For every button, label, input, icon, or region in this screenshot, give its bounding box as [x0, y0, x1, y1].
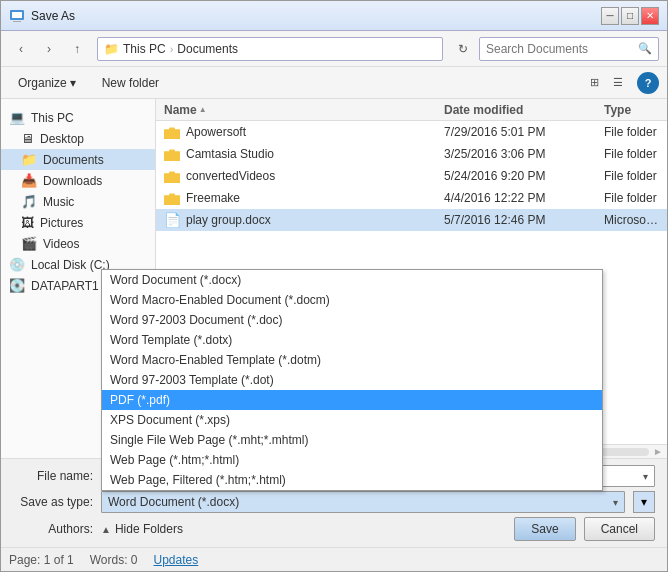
- minimize-button[interactable]: ─: [601, 7, 619, 25]
- file-name: Apowersoft: [186, 125, 246, 139]
- organize-arrow: ▾: [70, 76, 76, 90]
- toolbar: Organize ▾ New folder ⊞ ☰ ?: [1, 67, 667, 99]
- file-name: Freemake: [186, 191, 240, 205]
- dropdown-item[interactable]: Web Page, Filtered (*.htm;*.html): [102, 470, 602, 490]
- savetype-row: Save as type: Word Document (*.docx) ▾ W…: [13, 491, 655, 513]
- col-header-name[interactable]: Name ▲: [160, 103, 440, 117]
- sidebar-item-desktop[interactable]: 🖥 Desktop: [1, 128, 155, 149]
- sidebar-item-music[interactable]: 🎵 Music: [1, 191, 155, 212]
- table-row[interactable]: convertedVideos5/24/2016 9:20 PMFile fol…: [156, 165, 667, 187]
- file-type: File folder: [600, 169, 663, 183]
- up-button[interactable]: ↑: [65, 37, 89, 61]
- title-bar: Save As ─ □ ✕: [1, 1, 667, 31]
- file-name-cell: Camtasia Studio: [160, 147, 440, 161]
- folder-icon: [164, 169, 180, 183]
- pictures-icon: 🖼: [21, 215, 34, 230]
- dropdown-item[interactable]: Word 97-2003 Document (*.doc): [102, 310, 602, 330]
- dropdown-item[interactable]: Word 97-2003 Template (*.dot): [102, 370, 602, 390]
- file-type: File folder: [600, 125, 663, 139]
- savetype-label: Save as type:: [13, 495, 93, 509]
- file-name-cell: 📄play group.docx: [160, 212, 440, 228]
- save-button[interactable]: Save: [514, 517, 575, 541]
- sidebar-item-pictures[interactable]: 🖼 Pictures: [1, 212, 155, 233]
- list-view-button[interactable]: ☰: [607, 72, 629, 94]
- folder-icon: [164, 147, 180, 161]
- dropdown-item[interactable]: Single File Web Page (*.mht;*.mhtml): [102, 430, 602, 450]
- table-row[interactable]: Camtasia Studio3/25/2016 3:06 PMFile fol…: [156, 143, 667, 165]
- window-title: Save As: [31, 9, 601, 23]
- music-label: Music: [43, 195, 74, 209]
- word-count: Words: 0: [90, 553, 138, 567]
- dropdown-item[interactable]: Word Template (*.dotx): [102, 330, 602, 350]
- videos-label: Videos: [43, 237, 79, 251]
- savetype-dropdown-list: Word Document (*.docx)Word Macro-Enabled…: [101, 269, 603, 491]
- search-input[interactable]: [486, 42, 638, 56]
- table-row[interactable]: Freemake4/4/2016 12:22 PMFile folder: [156, 187, 667, 209]
- search-box[interactable]: 🔍: [479, 37, 659, 61]
- dropdown-item[interactable]: Word Macro-Enabled Template (*.dotm): [102, 350, 602, 370]
- organize-button[interactable]: Organize ▾: [9, 72, 85, 94]
- forward-button[interactable]: ›: [37, 37, 61, 61]
- documents-label: Documents: [43, 153, 104, 167]
- bottom-panel: File name: play group.docx ▾ Save as typ…: [1, 458, 667, 547]
- dropdown-item[interactable]: XPS Document (*.xps): [102, 410, 602, 430]
- scroll-right-icon[interactable]: ►: [653, 446, 663, 457]
- dropdown-item[interactable]: PDF (*.pdf): [102, 390, 602, 410]
- desktop-label: Desktop: [40, 132, 84, 146]
- close-button[interactable]: ✕: [641, 7, 659, 25]
- col-header-date[interactable]: Date modified: [440, 103, 600, 117]
- savetype-value: Word Document (*.docx): [108, 495, 239, 509]
- breadcrumb-documents: Documents: [177, 42, 238, 56]
- refresh-button[interactable]: ↻: [451, 37, 475, 61]
- sidebar-item-videos[interactable]: 🎬 Videos: [1, 233, 155, 254]
- view-icons: ⊞ ☰: [583, 72, 629, 94]
- file-date: 4/4/2016 12:22 PM: [440, 191, 600, 205]
- new-folder-button[interactable]: New folder: [93, 72, 168, 94]
- breadcrumb[interactable]: 📁 This PC › Documents: [97, 37, 443, 61]
- sidebar-item-documents[interactable]: 📁 Documents: [1, 149, 155, 170]
- file-type: File folder: [600, 147, 663, 161]
- maximize-button[interactable]: □: [621, 7, 639, 25]
- file-name-cell: convertedVideos: [160, 169, 440, 183]
- file-list-header: Name ▲ Date modified Type: [156, 99, 667, 121]
- cancel-button[interactable]: Cancel: [584, 517, 655, 541]
- localdisk-icon: 💿: [9, 257, 25, 272]
- dropdown-item[interactable]: Word Document (*.docx): [102, 270, 602, 290]
- savetype-dropdown-button[interactable]: ▾: [633, 491, 655, 513]
- hide-folders-toggle[interactable]: ▲ Hide Folders: [101, 522, 183, 536]
- updates-link[interactable]: Updates: [154, 553, 199, 567]
- localdisk-label: Local Disk (C:): [31, 258, 110, 272]
- search-icon: 🔍: [638, 42, 652, 55]
- page-info: Page: 1 of 1: [9, 553, 74, 567]
- dropdown-item[interactable]: Web Page (*.htm;*.html): [102, 450, 602, 470]
- documents-icon: 📁: [21, 152, 37, 167]
- action-buttons: Save Cancel: [514, 517, 655, 541]
- downloads-label: Downloads: [43, 174, 102, 188]
- breadcrumb-sep: ›: [170, 43, 174, 55]
- folder-icon: [164, 125, 180, 139]
- authors-value: ▲ Hide Folders: [101, 522, 183, 536]
- breadcrumb-part1: 📁: [104, 42, 119, 56]
- col-header-type[interactable]: Type: [600, 103, 663, 117]
- chevron-up-icon: ▲: [101, 524, 111, 535]
- organize-label: Organize: [18, 76, 67, 90]
- file-type: File folder: [600, 191, 663, 205]
- pictures-label: Pictures: [40, 216, 83, 230]
- music-icon: 🎵: [21, 194, 37, 209]
- file-name: Camtasia Studio: [186, 147, 274, 161]
- savetype-container: Word Document (*.docx) ▾ Word Document (…: [101, 491, 625, 513]
- thispc-icon: 💻: [9, 110, 25, 125]
- savetype-input[interactable]: Word Document (*.docx) ▾: [101, 491, 625, 513]
- grid-view-button[interactable]: ⊞: [583, 72, 605, 94]
- new-folder-label: New folder: [102, 76, 159, 90]
- dropdown-item[interactable]: Word Macro-Enabled Document (*.docm): [102, 290, 602, 310]
- nav-bar: ‹ › ↑ 📁 This PC › Documents ↻ 🔍: [1, 31, 667, 67]
- doc-icon: 📄: [164, 212, 180, 228]
- table-row[interactable]: 📄play group.docx5/7/2016 12:46 PMMicroso…: [156, 209, 667, 231]
- datapart-icon: 💽: [9, 278, 25, 293]
- back-button[interactable]: ‹: [9, 37, 33, 61]
- table-row[interactable]: Apowersoft7/29/2016 5:01 PMFile folder: [156, 121, 667, 143]
- sidebar-item-thispc[interactable]: 💻 This PC: [1, 107, 155, 128]
- sidebar-item-downloads[interactable]: 📥 Downloads: [1, 170, 155, 191]
- help-button[interactable]: ?: [637, 72, 659, 94]
